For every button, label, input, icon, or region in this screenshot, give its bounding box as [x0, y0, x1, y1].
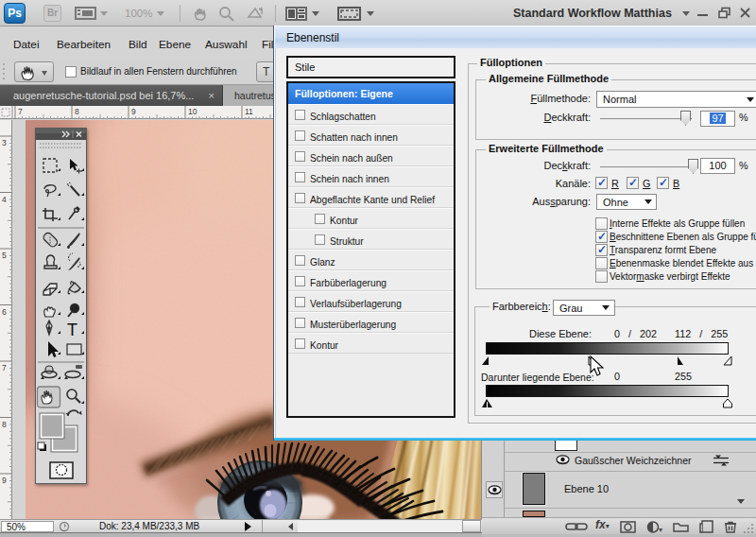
- svg-text:7: 7: [2, 363, 7, 372]
- svg-text:▾: ▾: [659, 526, 662, 533]
- svg-text:8: 8: [2, 420, 7, 429]
- svg-text:7: 7: [18, 107, 23, 116]
- svg-text:9: 9: [131, 107, 136, 116]
- svg-text:T: T: [67, 320, 77, 339]
- svg-text:11: 11: [245, 107, 253, 116]
- svg-text:9: 9: [2, 476, 7, 485]
- svg-text:4: 4: [2, 195, 7, 204]
- svg-text:6: 6: [2, 307, 7, 317]
- svg-text:3: 3: [2, 138, 7, 147]
- svg-text:8: 8: [75, 107, 79, 116]
- svg-text:10: 10: [188, 107, 198, 116]
- svg-text:5: 5: [2, 251, 7, 260]
